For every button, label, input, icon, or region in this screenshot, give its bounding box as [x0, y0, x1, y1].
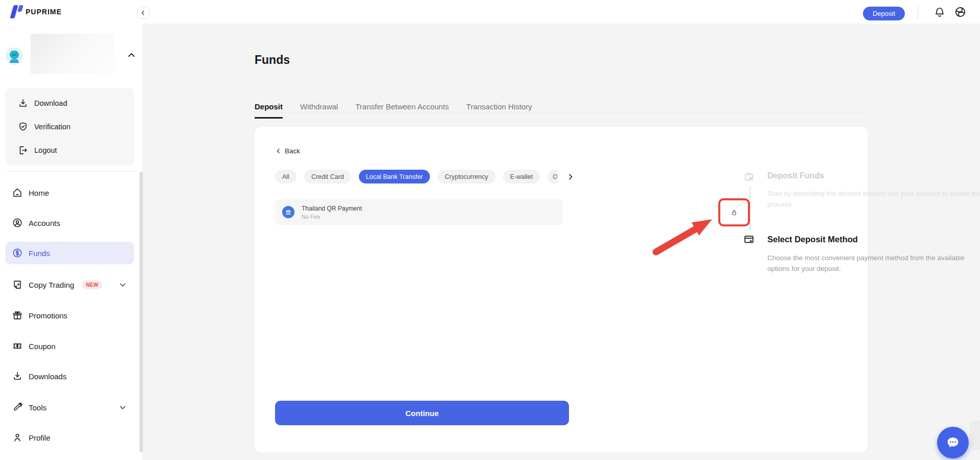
method-name: Thailand QR Payment: [302, 205, 362, 212]
sidebar-item-label: Home: [29, 189, 49, 197]
sidebar-item-label: Tools: [29, 403, 47, 412]
sidebar-item-home[interactable]: Home: [5, 181, 134, 204]
bank-icon: [282, 206, 294, 218]
tab-withdrawal[interactable]: Withdrawal: [300, 102, 338, 119]
sidebar-scrollbar[interactable]: [140, 172, 143, 452]
topbar-divider: [918, 6, 918, 19]
filter-chip-credit-card[interactable]: Credit Card: [304, 170, 351, 183]
sidebar-item-logout[interactable]: Logout: [5, 140, 134, 160]
profile-icon: [12, 432, 23, 443]
sidebar-item-copy-trading[interactable]: Copy Trading NEW: [5, 273, 134, 296]
wrench-icon: [12, 402, 23, 413]
sidebar-item-label: Funds: [29, 249, 50, 258]
puprime-logo-icon: [8, 4, 25, 19]
select-deposit-method-step-icon: [743, 234, 755, 245]
chevron-down-icon: [119, 403, 127, 411]
sidebar-border: [143, 0, 143, 460]
tab-deposit[interactable]: Deposit: [255, 102, 283, 119]
step-title-deposit-funds: Deposit Funds: [767, 171, 824, 180]
logo-bar: [10, 5, 18, 18]
brand-name: PUPRIME: [26, 8, 62, 16]
new-badge: NEW: [82, 281, 102, 289]
sidebar-item-coupon[interactable]: Coupon: [5, 335, 134, 357]
filter-chip-all[interactable]: All: [275, 170, 297, 183]
coupon-ticket-icon: [12, 340, 23, 352]
app-root: PUPRIME Deposit: [0, 0, 980, 460]
sidebar: Download Verification Logout Home: [0, 24, 143, 460]
sidebar-item-label: Profile: [29, 433, 51, 442]
copy-trading-icon: [12, 279, 23, 290]
sidebar-item-label: Downloads: [29, 372, 66, 381]
continue-button[interactable]: Continue: [275, 401, 569, 425]
sidebar-item-funds[interactable]: Funds: [5, 242, 134, 264]
sidebar-collapse-button[interactable]: [137, 7, 149, 19]
payment-method-thailand-qr[interactable]: Thailand QR Payment No Fee: [275, 199, 562, 225]
chat-widget-edge: [970, 421, 980, 450]
chat-icon: [945, 434, 961, 451]
sidebar-item-download[interactable]: Download: [5, 93, 134, 113]
download-icon: [12, 371, 23, 382]
download-icon: [17, 98, 29, 109]
step-description-deposit-funds: Start by depositing the desired amount i…: [767, 188, 980, 210]
funds-icon: [12, 247, 23, 259]
filter-chip-others-clipped[interactable]: O: [548, 170, 561, 183]
sidebar-item-label: Copy Trading: [29, 281, 74, 289]
sidebar-item-accounts[interactable]: Accounts: [5, 212, 134, 234]
chevron-right-icon[interactable]: [566, 173, 575, 181]
tab-transfer-between-accounts[interactable]: Transfer Between Accounts: [355, 102, 449, 119]
tab-transaction-history[interactable]: Transaction History: [466, 102, 532, 119]
back-label: Back: [285, 147, 300, 155]
annotation-arrow: [651, 215, 717, 257]
shield-check-icon: [17, 121, 29, 132]
sidebar-item-verification[interactable]: Verification: [5, 117, 134, 137]
account-name-placeholder: [31, 34, 115, 74]
account-actions-card: Download Verification Logout: [5, 88, 134, 166]
main-content: Funds Deposit Withdrawal Transfer Betwee…: [143, 24, 980, 460]
accounts-icon: [12, 217, 23, 228]
tabs-divider: [255, 112, 868, 112]
step-title-select-deposit-method: Select Deposit Method: [767, 235, 858, 244]
chevron-up-icon[interactable]: [127, 51, 136, 60]
notifications-bell-icon[interactable]: [933, 6, 946, 18]
sidebar-item-label: Download: [34, 99, 67, 107]
deposit-button[interactable]: Deposit: [863, 7, 905, 20]
funds-tabs: Deposit Withdrawal Transfer Between Acco…: [255, 102, 532, 119]
avatar[interactable]: [6, 48, 23, 65]
sidebar-item-profile[interactable]: Profile: [5, 426, 134, 449]
sidebar-item-downloads[interactable]: Downloads: [5, 365, 134, 387]
chevron-down-icon: [119, 281, 127, 289]
step-description-select-deposit-method: Choose the most convenient payment metho…: [767, 252, 980, 274]
payment-filter-chips: All Credit Card Local Bank Transfer Cryp…: [275, 170, 575, 183]
deposit-panel: Back All Credit Card Local Bank Transfer…: [255, 127, 868, 452]
back-link[interactable]: Back: [275, 147, 300, 155]
gift-icon: [12, 310, 23, 321]
home-icon: [12, 187, 23, 198]
language-globe-icon[interactable]: [954, 6, 967, 18]
filter-chip-local-bank-transfer[interactable]: Local Bank Transfer: [359, 170, 430, 183]
filter-chip-ewallet[interactable]: E-wallet: [503, 170, 540, 183]
live-chat-button[interactable]: [937, 427, 969, 458]
sidebar-item-label: Logout: [34, 146, 57, 154]
lock-icon: [730, 209, 738, 217]
sidebar-item-label: Promotions: [29, 311, 67, 320]
logout-icon: [17, 145, 29, 156]
sidebar-item-label: Accounts: [29, 219, 60, 227]
annotation-highlight-box: [718, 198, 750, 226]
sidebar-item-label: Verification: [34, 123, 71, 131]
logo-bar: [17, 5, 24, 12]
chevron-left-icon: [275, 148, 282, 154]
method-text: Thailand QR Payment No Fee: [302, 205, 362, 220]
chevron-left-icon: [140, 10, 146, 16]
sidebar-item-tools[interactable]: Tools: [5, 396, 134, 419]
sidebar-section-divider: [5, 171, 139, 172]
sidebar-item-label: Coupon: [29, 342, 56, 351]
deposit-funds-step-icon: [743, 171, 755, 182]
page-title: Funds: [255, 53, 290, 67]
method-fee: No Fee: [302, 214, 362, 220]
filter-chip-cryptocurrency[interactable]: Cryptocurrency: [438, 170, 495, 183]
sidebar-item-promotions[interactable]: Promotions: [5, 304, 134, 327]
